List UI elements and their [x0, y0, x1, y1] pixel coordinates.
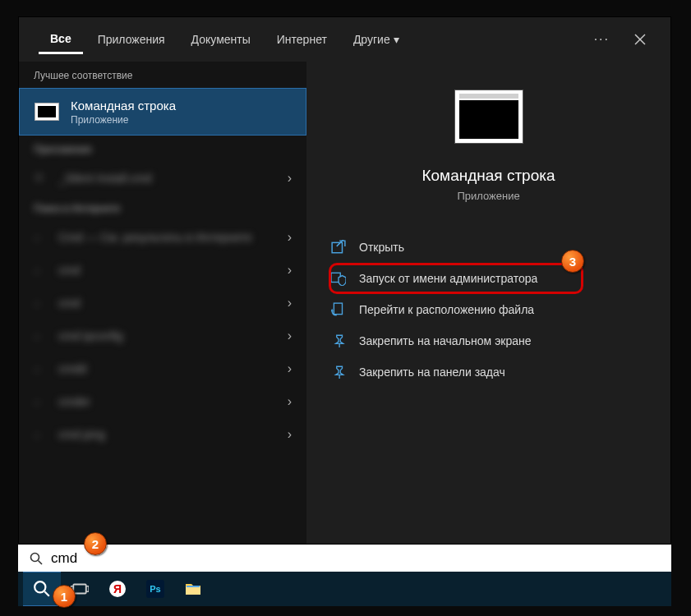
- list-item[interactable]: ⚙_Silent Install.cmd›: [19, 162, 306, 195]
- action-run-admin[interactable]: Запуск от имени администратора: [331, 263, 654, 294]
- search-icon: ⌕: [34, 329, 48, 343]
- gear-icon: ⚙: [34, 171, 48, 186]
- svg-rect-16: [186, 586, 200, 595]
- svg-line-6: [39, 560, 43, 564]
- action-open[interactable]: Открыть: [331, 232, 654, 263]
- more-button[interactable]: ···: [586, 32, 618, 47]
- search-icon: [33, 580, 51, 598]
- annotation-badge-2: 2: [84, 532, 107, 555]
- chevron-right-icon: ›: [288, 329, 292, 343]
- search-bar: [18, 545, 671, 572]
- svg-rect-4: [334, 303, 342, 315]
- chevron-right-icon: ›: [288, 427, 292, 442]
- chevron-right-icon: ›: [288, 171, 292, 186]
- app-preview-icon: [454, 90, 523, 144]
- tab-other[interactable]: Другие ▾: [342, 26, 411, 53]
- admin-icon: [331, 271, 346, 286]
- taskbar-explorer-button[interactable]: [174, 572, 212, 606]
- svg-rect-2: [332, 242, 342, 252]
- chevron-right-icon: ›: [288, 296, 292, 310]
- action-pin-start[interactable]: Закрепить на начальном экране: [331, 325, 654, 356]
- svg-rect-17: [187, 586, 200, 587]
- search-icon: ⌕: [34, 296, 48, 310]
- search-input[interactable]: [51, 550, 671, 567]
- svg-text:Я: Я: [113, 582, 122, 595]
- annotation-badge-3: 3: [561, 250, 584, 273]
- chevron-right-icon: ›: [288, 230, 292, 245]
- svg-rect-11: [86, 586, 89, 592]
- apps-header: Приложения: [19, 136, 306, 162]
- chevron-right-icon: ›: [288, 263, 292, 278]
- search-window: Все Приложения Документы Интернет Другие…: [18, 16, 671, 545]
- list-item[interactable]: ⌕cmd ping›: [19, 418, 306, 451]
- list-item[interactable]: ⌕cmdd›: [19, 352, 306, 385]
- tab-all[interactable]: Все: [39, 25, 83, 54]
- search-icon: ⌕: [34, 361, 48, 376]
- best-match-title: Командная строка: [71, 99, 176, 113]
- preview-subtitle: Приложение: [457, 190, 519, 202]
- list-item[interactable]: ⌕cmd›: [19, 287, 306, 319]
- taskbar-photoshop-button[interactable]: Ps: [136, 572, 174, 606]
- taskbar-yandex-button[interactable]: Я: [99, 572, 136, 606]
- chevron-down-icon: ▾: [394, 33, 399, 46]
- folder-icon: [184, 580, 202, 598]
- svg-point-7: [35, 582, 45, 592]
- tab-internet[interactable]: Интернет: [265, 26, 339, 53]
- photoshop-icon: Ps: [146, 580, 164, 598]
- open-icon: [331, 240, 346, 255]
- tab-apps[interactable]: Приложения: [86, 26, 177, 53]
- tabs-bar: Все Приложения Документы Интернет Другие…: [19, 17, 670, 62]
- web-header: Поиск в Интернете: [19, 195, 306, 221]
- taskbar: Я Ps: [18, 572, 671, 606]
- chevron-right-icon: ›: [288, 394, 292, 409]
- best-match-subtitle: Приложение: [71, 114, 176, 126]
- list-item[interactable]: ⌕cmder›: [19, 385, 306, 418]
- list-item[interactable]: ⌕cmd ipconfig›: [19, 319, 306, 352]
- search-icon: ⌕: [34, 230, 48, 245]
- cmd-icon: [35, 103, 59, 121]
- svg-point-5: [31, 553, 39, 561]
- pin-icon: [331, 365, 346, 379]
- search-icon: ⌕: [34, 394, 48, 409]
- yandex-icon: Я: [108, 580, 127, 598]
- list-item[interactable]: ⌕cmd›: [19, 254, 306, 287]
- action-list: Открыть Запуск от имени администратора П…: [323, 232, 654, 388]
- preview-title: Командная строка: [422, 167, 555, 185]
- search-icon: ⌕: [34, 427, 48, 442]
- pin-icon: [331, 333, 346, 348]
- best-match-header: Лучшее соответствие: [19, 62, 306, 88]
- search-icon: [30, 552, 43, 565]
- action-open-location[interactable]: Перейти к расположению файла: [331, 294, 654, 325]
- svg-line-8: [44, 591, 49, 596]
- folder-icon: [331, 302, 346, 317]
- action-pin-taskbar[interactable]: Закрепить на панели задач: [331, 356, 654, 388]
- list-item[interactable]: ⌕Сmd — См. результаты в Интернете›: [19, 221, 306, 254]
- close-icon[interactable]: [634, 34, 646, 45]
- best-match-item[interactable]: Командная строка Приложение: [19, 88, 306, 136]
- chevron-right-icon: ›: [288, 361, 292, 376]
- search-icon: ⌕: [34, 263, 48, 278]
- annotation-badge-1: 1: [53, 585, 76, 608]
- svg-text:Ps: Ps: [150, 584, 160, 594]
- svg-rect-9: [73, 585, 85, 594]
- preview-pane: Командная строка Приложение Открыть Запу…: [306, 62, 670, 544]
- results-pane: Лучшее соответствие Командная строка При…: [19, 62, 306, 544]
- tab-docs[interactable]: Документы: [180, 26, 262, 53]
